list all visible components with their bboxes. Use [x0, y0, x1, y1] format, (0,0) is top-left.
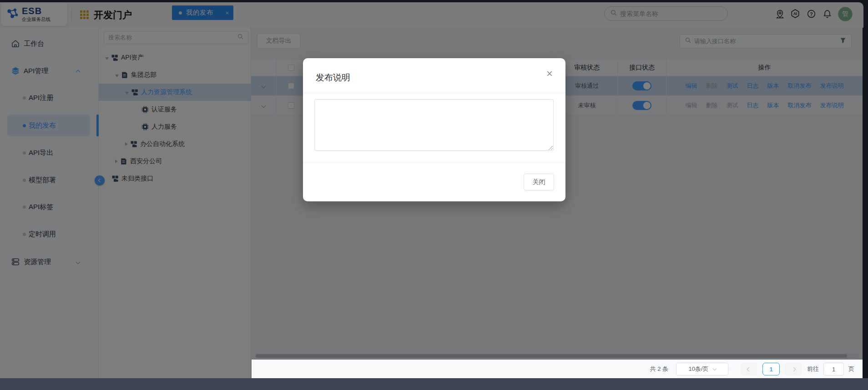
chevron-right-icon	[791, 367, 796, 371]
page-size-value: 10条/页	[688, 365, 708, 373]
prev-page-button	[741, 363, 757, 375]
dialog-title: 发布说明	[316, 72, 350, 84]
dialog-header: 发布说明 ×	[303, 58, 565, 93]
window-bottom-edge	[0, 378, 868, 390]
publish-note-dialog: 发布说明 × 关闭	[303, 58, 565, 201]
total-count: 共 2 条	[650, 365, 668, 373]
close-icon[interactable]: ×	[546, 68, 553, 79]
goto-unit: 页	[848, 365, 854, 373]
close-button[interactable]: 关闭	[524, 174, 554, 190]
pagination-bar: 共 2 条 10条/页 1 前往 页	[252, 360, 863, 378]
next-page-button	[785, 363, 802, 375]
chevron-down-icon	[712, 366, 716, 370]
goto-label: 前往	[807, 365, 819, 373]
dialog-footer: 关闭	[303, 163, 565, 201]
chevron-left-icon	[747, 367, 751, 371]
publish-note-textarea[interactable]	[314, 99, 554, 151]
page-number-1[interactable]: 1	[762, 363, 780, 375]
goto-page-input[interactable]	[823, 363, 844, 375]
page-size-select[interactable]: 10条/页	[676, 363, 728, 375]
